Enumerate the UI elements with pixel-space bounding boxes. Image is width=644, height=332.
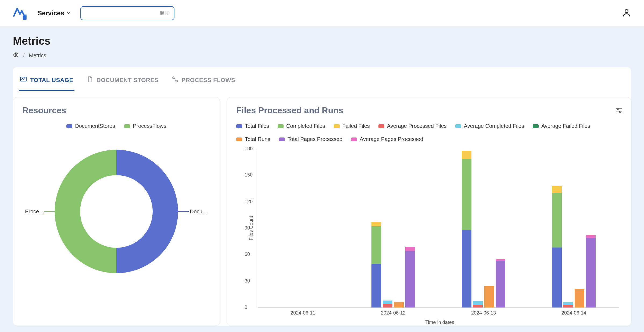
x-tick: 2024-06-13 bbox=[438, 310, 529, 316]
legend-item[interactable]: Failed Files bbox=[334, 123, 370, 129]
legend-label: Average Pages Processed bbox=[360, 136, 423, 142]
donut-label-right: Docu… bbox=[190, 209, 208, 215]
legend-item[interactable]: Average Failed Files bbox=[533, 123, 590, 129]
legend-item[interactable]: Total Runs bbox=[236, 136, 270, 142]
bar-segment bbox=[575, 289, 584, 308]
globe-icon[interactable] bbox=[13, 52, 19, 59]
x-axis-labels: 2024-06-112024-06-122024-06-132024-06-14 bbox=[258, 310, 619, 316]
chevron-down-icon bbox=[66, 9, 71, 17]
bar-runs bbox=[394, 302, 404, 308]
legend-label: Average Failed Files bbox=[541, 123, 590, 129]
app-logo bbox=[13, 6, 28, 21]
legend-swatch bbox=[124, 124, 130, 128]
y-tick: 60 bbox=[245, 252, 250, 257]
legend-item[interactable]: Average Processed Files bbox=[378, 123, 447, 129]
x-axis-title: Time in dates bbox=[258, 320, 622, 325]
bar-files bbox=[462, 151, 471, 308]
donut-label-left: Proce… bbox=[25, 209, 44, 215]
chart-icon bbox=[20, 76, 27, 84]
bar-segment bbox=[394, 302, 404, 308]
legend-swatch bbox=[236, 124, 242, 128]
legend-item[interactable]: Total Pages Processed bbox=[279, 136, 343, 142]
y-tick: 90 bbox=[245, 225, 250, 231]
bar-pages bbox=[586, 235, 596, 308]
main-panel: TOTAL USAGE DOCUMENT STORES PROCESS FLOW… bbox=[13, 67, 631, 326]
bar-segment bbox=[462, 230, 471, 308]
legend-label: Average Completed Files bbox=[464, 123, 524, 129]
legend-item-documentstores[interactable]: DocumentStores bbox=[66, 123, 115, 129]
legend-item[interactable]: Completed Files bbox=[278, 123, 325, 129]
legend-item[interactable]: Average Pages Processed bbox=[351, 136, 423, 142]
bar-files bbox=[371, 222, 381, 308]
bar-segment bbox=[496, 261, 505, 308]
bar-segment bbox=[371, 226, 381, 264]
services-dropdown[interactable]: Services bbox=[38, 9, 71, 17]
legend-label: Total Pages Processed bbox=[288, 136, 343, 142]
bar-group bbox=[258, 149, 348, 308]
bar-segment bbox=[383, 301, 392, 304]
bar-segment bbox=[473, 301, 483, 305]
bar-group bbox=[348, 149, 438, 308]
bar-segment bbox=[586, 235, 596, 238]
bar-segment bbox=[383, 304, 392, 308]
page-title: Metrics bbox=[13, 35, 631, 47]
bar-segment bbox=[484, 286, 494, 308]
legend-swatch bbox=[236, 137, 242, 141]
y-tick: 180 bbox=[245, 146, 253, 151]
legend-item-processflows[interactable]: ProcessFlows bbox=[124, 123, 166, 129]
tab-label: TOTAL USAGE bbox=[30, 77, 73, 84]
y-tick: 150 bbox=[245, 172, 253, 178]
bar-segment bbox=[371, 264, 381, 308]
legend-swatch bbox=[334, 124, 340, 128]
bar-segment bbox=[405, 247, 415, 251]
bar-runs bbox=[484, 286, 494, 308]
bar-segment bbox=[552, 186, 562, 193]
legend-swatch bbox=[66, 124, 72, 128]
bar-segment bbox=[552, 193, 562, 248]
tab-label: PROCESS FLOWS bbox=[182, 77, 235, 84]
x-tick: 2024-06-11 bbox=[258, 310, 348, 316]
search-input[interactable]: ⌘K bbox=[80, 6, 174, 20]
bar-group bbox=[438, 149, 529, 308]
legend-item[interactable]: Average Completed Files bbox=[455, 123, 524, 129]
bar-avg_files bbox=[563, 302, 573, 308]
resources-title: Resources bbox=[22, 105, 210, 115]
legend-item[interactable]: Total Files bbox=[236, 123, 269, 129]
files-chart-card: Files Processed and Runs Total FilesComp… bbox=[227, 97, 631, 326]
bar-segment bbox=[473, 305, 483, 308]
bar-segment bbox=[462, 151, 471, 160]
topbar: Services ⌘K bbox=[0, 0, 644, 26]
legend-swatch bbox=[378, 124, 384, 128]
tab-document-stores[interactable]: DOCUMENT STORES bbox=[85, 75, 160, 91]
x-tick: 2024-06-14 bbox=[529, 310, 619, 316]
search-shortcut: ⌘K bbox=[159, 10, 169, 16]
document-icon bbox=[86, 76, 93, 84]
resources-card: Resources DocumentStores ProcessFlows Pr… bbox=[13, 97, 220, 326]
chart-settings-button[interactable] bbox=[615, 107, 623, 115]
user-menu[interactable] bbox=[622, 8, 631, 18]
legend-label: ProcessFlows bbox=[133, 123, 166, 129]
legend-label: Total Files bbox=[245, 123, 269, 129]
donut-legend: DocumentStores ProcessFlows bbox=[22, 123, 210, 129]
svg-point-2 bbox=[625, 9, 628, 12]
legend-label: Total Runs bbox=[245, 136, 270, 142]
bar-segment bbox=[405, 251, 415, 308]
page-body: Metrics / Metrics TOTAL USAGE DOCUMENT S… bbox=[0, 26, 644, 332]
legend-swatch bbox=[279, 137, 285, 141]
flow-icon bbox=[171, 76, 178, 84]
tabs: TOTAL USAGE DOCUMENT STORES PROCESS FLOW… bbox=[13, 75, 631, 91]
bar-segment bbox=[586, 238, 596, 308]
bar-segment bbox=[371, 222, 381, 226]
bar-segment bbox=[563, 305, 573, 308]
legend-label: Average Processed Files bbox=[387, 123, 447, 129]
y-tick: 0 bbox=[245, 305, 247, 310]
legend-swatch bbox=[351, 137, 357, 141]
bar-group bbox=[529, 149, 619, 308]
legend-swatch bbox=[455, 124, 461, 128]
bar-pages bbox=[496, 259, 505, 308]
tab-total-usage[interactable]: TOTAL USAGE bbox=[19, 75, 74, 91]
tab-process-flows[interactable]: PROCESS FLOWS bbox=[170, 75, 237, 91]
bar-chart: Files Count 0306090120150180 bbox=[258, 149, 619, 308]
legend-label: DocumentStores bbox=[75, 123, 115, 129]
breadcrumb: / Metrics bbox=[13, 52, 631, 59]
